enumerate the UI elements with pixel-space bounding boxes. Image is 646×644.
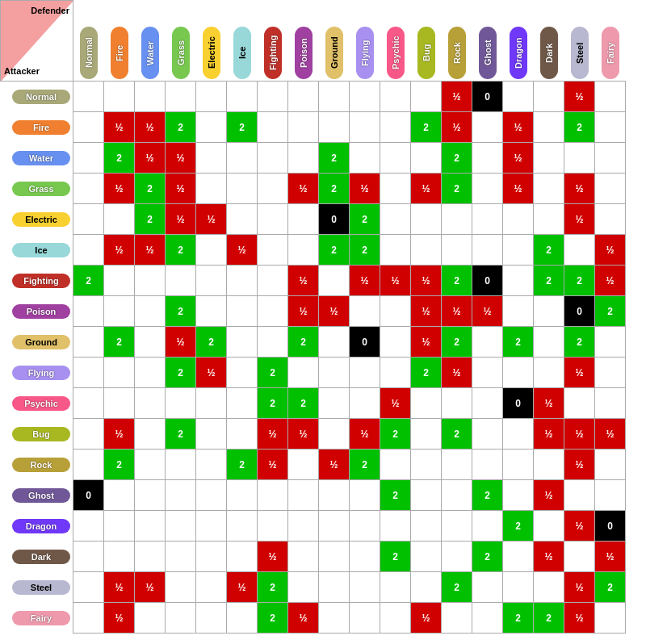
cell-dark-vs-bug [411,542,442,572]
row-grass: Grass½2½½2½½2½½ [1,174,626,204]
col-header-normal: Normal [73,1,104,82]
cell-psychic-vs-bug [411,388,442,419]
cell-normal-vs-dragon [503,82,534,112]
row-header-poison: Poison [1,296,73,327]
cell-flying-vs-psychic [380,358,411,388]
cell-fairy-vs-fire: ½ [104,603,135,634]
cell-electric-vs-bug [411,204,442,235]
cell-ground-vs-ghost [472,327,503,358]
cell-dragon-vs-water [135,511,166,542]
col-type-pill-psychic: Psychic [387,27,405,79]
cell-psychic-vs-dragon: 0 [503,388,534,419]
cell-poison-vs-steel: 0 [564,296,595,327]
cell-electric-vs-ghost [472,204,503,235]
row-header-ice: Ice [1,235,73,266]
cell-rock-vs-psychic [380,450,411,480]
col-type-pill-dragon: Dragon [510,27,527,79]
cell-ice-vs-dragon [503,235,534,266]
cell-bug-vs-dark: ½ [534,419,564,450]
cell-fighting-vs-ghost: 0 [472,266,503,296]
cell-grass-vs-ground: 2 [319,174,350,204]
cell-rock-vs-flying: 2 [350,450,380,480]
col-header-fire: Fire [104,1,135,82]
cell-steel-vs-fairy: 2 [595,572,626,603]
cell-psychic-vs-steel [564,388,595,419]
cell-electric-vs-ice [227,204,258,235]
cell-ice-vs-ghost [472,235,503,266]
cell-water-vs-ground: 2 [319,143,350,174]
cell-flying-vs-flying [350,358,380,388]
cell-ground-vs-rock: 2 [442,327,472,358]
cell-dark-vs-electric [196,542,227,572]
cell-poison-vs-psychic [380,296,411,327]
cell-grass-vs-ice [227,174,258,204]
cell-bug-vs-ground [319,419,350,450]
cell-ground-vs-psychic [380,327,411,358]
cell-dark-vs-flying [350,542,380,572]
cell-fairy-vs-ghost [472,603,503,634]
cell-poison-vs-flying [350,296,380,327]
col-type-pill-grass: Grass [172,27,190,79]
cell-dragon-vs-fighting [258,511,288,542]
cell-dragon-vs-ice [227,511,258,542]
cell-fairy-vs-rock [442,603,472,634]
cell-rock-vs-bug [411,450,442,480]
cell-water-vs-flying [350,143,380,174]
cell-ghost-vs-poison [288,480,319,511]
cell-ice-vs-psychic [380,235,411,266]
row-type-pill-ghost: Ghost [12,488,70,503]
col-type-pill-ice: Ice [233,27,251,79]
cell-electric-vs-dark [534,204,564,235]
cell-ground-vs-water [135,327,166,358]
cell-psychic-vs-fire [104,388,135,419]
cell-poison-vs-fighting [258,296,288,327]
cell-dark-vs-dragon [503,542,534,572]
cell-steel-vs-flying [350,572,380,603]
cell-psychic-vs-ice [227,388,258,419]
cell-water-vs-ghost [472,143,503,174]
cell-flying-vs-ground [319,358,350,388]
row-type-pill-electric: Electric [12,212,70,227]
row-header-flying: Flying [1,358,73,388]
cell-fire-vs-fairy [595,112,626,143]
row-header-grass: Grass [1,174,73,204]
attacker-label: Attacker [4,66,40,76]
row-normal: Normal½0½ [1,82,626,112]
row-fairy: Fairy½2½½22½ [1,603,626,634]
cell-grass-vs-water: 2 [135,174,166,204]
row-type-pill-rock: Rock [12,458,70,472]
cell-dark-vs-ice [227,542,258,572]
cell-dragon-vs-steel: ½ [564,511,595,542]
col-header-steel: Steel [564,1,595,82]
cell-normal-vs-dark [534,82,564,112]
cell-flying-vs-ghost [472,358,503,388]
row-header-dark: Dark [1,542,73,572]
col-type-pill-bug: Bug [417,27,435,79]
row-type-pill-bug: Bug [12,427,70,441]
cell-psychic-vs-psychic: ½ [380,388,411,419]
cell-normal-vs-ice [227,82,258,112]
cell-normal-vs-bug [411,82,442,112]
cell-ground-vs-ice [227,327,258,358]
cell-dark-vs-psychic: 2 [380,542,411,572]
cell-ground-vs-ground [319,327,350,358]
cell-electric-vs-grass: ½ [166,204,196,235]
cell-grass-vs-bug: ½ [411,174,442,204]
cell-dragon-vs-bug [411,511,442,542]
defender-label: Defender [31,6,69,15]
cell-poison-vs-dragon [503,296,534,327]
cell-dragon-vs-grass [166,511,196,542]
cell-electric-vs-fighting [258,204,288,235]
col-header-water: Water [135,1,166,82]
cell-rock-vs-grass [166,450,196,480]
col-type-pill-fairy: Fairy [602,27,619,79]
cell-water-vs-fire: 2 [104,143,135,174]
cell-grass-vs-rock: 2 [442,174,472,204]
cell-electric-vs-steel: ½ [564,204,595,235]
cell-fire-vs-normal [73,112,104,143]
cell-steel-vs-bug [411,572,442,603]
cell-grass-vs-fire: ½ [104,174,135,204]
cell-fire-vs-flying [350,112,380,143]
cell-fire-vs-grass: 2 [166,112,196,143]
row-type-pill-fighting: Fighting [12,274,70,288]
